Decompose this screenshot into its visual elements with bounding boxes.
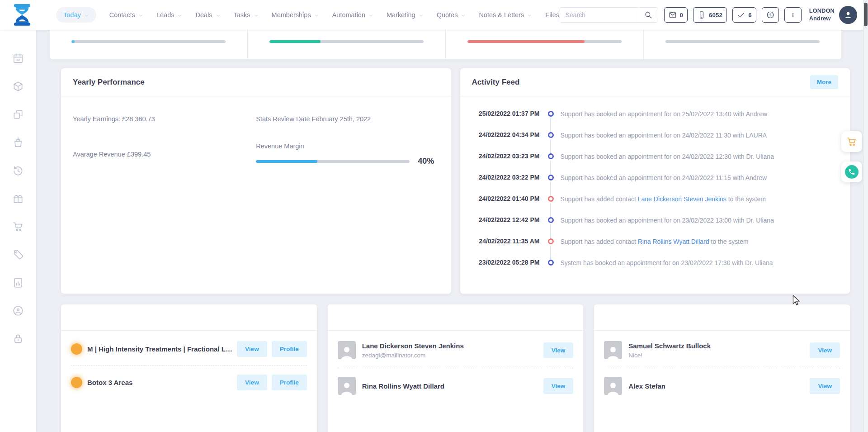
view-button[interactable]: View [543,378,574,394]
lock-icon[interactable] [12,333,24,345]
booking-event-dot-icon [548,175,554,180]
search-box [560,7,658,23]
user-avatar[interactable] [839,6,857,24]
feed-text-part: Support has booked an appointment for on… [561,174,767,181]
new-contacts-panel: Lane Dickerson Steven Jenkinszedagi@mail… [328,304,584,432]
tag-icon[interactable] [12,249,24,261]
user-location: LONDON [809,7,835,15]
menu-item-today[interactable]: Today [56,7,96,23]
view-button[interactable]: View [810,342,840,358]
feed-timeline [548,260,554,266]
envelope-indicator-button[interactable]: 0 [664,7,688,23]
search-input[interactable] [560,11,639,19]
more-button[interactable]: More [810,75,838,89]
package-icon[interactable] [12,81,24,92]
yearly-earnings: Yearly Earnings: £28,360.73 [73,115,256,123]
booking-event-dot-icon [548,217,554,223]
contact-event-dot-icon [548,196,554,202]
menu-item-contacts[interactable]: Contacts [109,7,143,23]
menu-item-leads[interactable]: Leads [156,7,183,23]
list-item: Rina Rollins Wyatt DillardView [338,368,574,404]
menu-item-tasks[interactable]: Tasks [234,7,259,23]
activity-feed-list: 25/02/2022 01:37 PMSupport has booked an… [460,96,850,280]
left-sidebar: 12 [0,30,36,432]
view-button[interactable]: View [543,342,574,358]
feed-text: Support has booked an appointment for on… [561,217,774,224]
yearly-performance-header: Yearly Performance [61,68,451,96]
new-reviews-panel: Samuel Schwartz BullockNice!ViewAlex Ste… [594,304,850,432]
navbar-right: 060526?i LONDON Andrew [560,6,857,24]
scrollbar-thumb[interactable] [864,3,868,26]
feed-time: 24/02/2022 12:42 PM [472,216,540,223]
gift-icon[interactable] [12,193,24,204]
history-icon[interactable] [12,165,24,176]
check-indicator-button[interactable]: 6 [732,7,756,23]
contact-link[interactable]: Lane Dickerson Steven Jenkins [638,195,726,203]
search-button[interactable] [639,8,658,22]
feed-text-part: Support has added contact [561,238,638,245]
chevron-down-icon [216,13,221,18]
menu-item-label: Contacts [109,11,135,19]
edge-floating-buttons [841,131,862,182]
menu-item-automation[interactable]: Automation [332,7,373,23]
profile-button[interactable]: Profile [272,375,307,390]
feed-time: 23/02/2022 05:28 PM [472,259,540,266]
revenue-margin-label: Revenue Margin [256,142,439,150]
info-indicator-button[interactable]: i [784,7,802,23]
menu-item-memberships[interactable]: Memberships [272,7,319,23]
svg-text:i: i [792,12,794,19]
calendar-icon[interactable]: 12 [12,52,24,64]
feed-text: Support has booked an appointment for on… [561,110,768,118]
contact-event-dot-icon [548,238,554,244]
phone-icon [845,165,859,179]
app-logo[interactable] [12,4,33,26]
feed-text: Support has booked an appointment for on… [561,153,774,160]
indicator-count: 6 [748,12,752,19]
menu-item-label: Memberships [272,11,311,19]
copy-icon[interactable] [12,109,24,120]
svg-text:?: ? [769,13,771,17]
feed-text: Support has booked an appointment for on… [561,132,767,139]
contact-link[interactable]: Rina Rollins Wyatt Dillard [638,238,709,245]
info-icon: i [789,11,797,19]
profile-button[interactable]: Profile [272,341,307,357]
mobile-indicator-button[interactable]: 6052 [693,7,727,23]
feed-text-part: Support has added contact [561,195,638,203]
user-rotate-icon[interactable] [12,305,24,317]
menu-item-notes-letters[interactable]: Notes & Letters [479,7,532,23]
feed-item: 24/02/2022 12:42 PMSupport has booked an… [472,216,839,237]
bag-icon[interactable] [12,137,24,148]
cart-icon[interactable] [12,221,24,233]
view-button[interactable]: View [810,378,840,394]
feed-time: 24/02/2022 01:40 PM [472,195,540,202]
menu-item-label: Automation [332,11,365,19]
chevron-down-icon [314,13,319,18]
menu-item-marketing[interactable]: Marketing [387,7,424,23]
page-scrollbar [863,0,868,432]
help-indicator-button[interactable]: ? [762,7,779,23]
view-button[interactable]: View [237,341,267,357]
phone-float-button[interactable] [841,161,862,182]
appointment-status-dot-icon [71,343,82,355]
feed-timeline [548,111,554,117]
menu-item-quotes[interactable]: Quotes [437,7,466,23]
feed-item: 24/02/2022 03:22 PMSupport has booked an… [472,174,839,195]
avatar [338,341,356,359]
cart-float-button[interactable] [841,131,862,152]
menu-item-deals[interactable]: Deals [195,7,220,23]
user-menu[interactable]: LONDON Andrew [809,6,857,24]
item-name: M | High Intensity Treatments | Fraction… [87,345,232,353]
feed-time: 24/02/2022 11:35 AM [472,237,540,245]
feed-time: 24/02/2022 03:22 PM [472,174,540,181]
user-text: LONDON Andrew [809,7,835,23]
feed-timeline [548,132,554,138]
mobile-icon [698,11,706,19]
view-button[interactable]: View [237,375,267,390]
list-item: Botox 3 AreasViewProfile [71,366,307,399]
avatar [604,377,622,395]
indicator-count: 0 [680,12,684,19]
report-icon[interactable] [12,277,24,289]
feed-time: 24/02/2022 03:23 PM [472,152,540,160]
booking-event-dot-icon [548,111,554,117]
menu-item-files[interactable]: Files [545,7,559,23]
